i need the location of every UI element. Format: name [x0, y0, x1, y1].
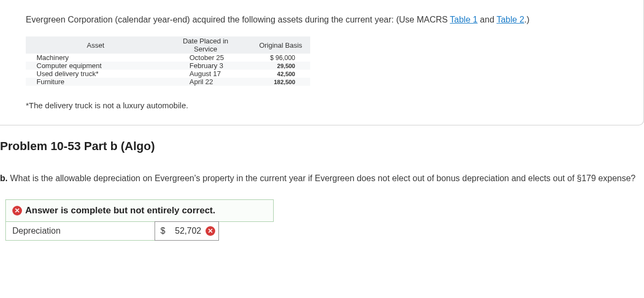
basis-cell: 42,500: [246, 70, 310, 78]
answer-value-cell[interactable]: $ 52,702: [155, 221, 219, 241]
asset-cell: Machinery: [26, 54, 160, 62]
answer-value: 52,702: [170, 226, 201, 236]
date-cell: April 22: [160, 78, 246, 86]
answer-label: Depreciation: [6, 222, 155, 240]
intro-suffix: .): [524, 15, 530, 24]
answer-block: Answer is complete but not entirely corr…: [5, 199, 274, 241]
basis-cell: $ 96,000: [246, 54, 310, 62]
currency-symbol: $: [158, 226, 165, 236]
asset-cell: Used delivery truck*: [26, 70, 160, 78]
answer-status-banner: Answer is complete but not entirely corr…: [5, 199, 274, 222]
intro-paragraph: Evergreen Corporation (calendar year-end…: [26, 15, 618, 25]
macrs-table-1-link[interactable]: Table 1: [450, 15, 478, 24]
table-row: Computer equipment February 3 29,500: [26, 62, 310, 70]
table-row: Machinery October 25 $ 96,000: [26, 54, 310, 62]
col-header-basis: Original Basis: [246, 36, 310, 54]
date-cell: August 17: [160, 70, 246, 78]
cross-icon: [12, 206, 22, 215]
answer-row: Depreciation $ 52,702: [5, 222, 219, 241]
date-cell: October 25: [160, 54, 246, 62]
question-part-label: b.: [0, 174, 8, 183]
intro-mid: and: [478, 15, 496, 24]
table-row: Furniture April 22 182,500: [26, 78, 310, 86]
footnote: *The delivery truck is not a luxury auto…: [26, 101, 618, 110]
asset-cell: Computer equipment: [26, 62, 160, 70]
asset-cell: Furniture: [26, 78, 160, 86]
problem-context-panel: Evergreen Corporation (calendar year-end…: [0, 0, 644, 125]
answer-status-text: Answer is complete but not entirely corr…: [25, 205, 215, 216]
question-text: b. What is the allowable depreciation on…: [0, 174, 644, 183]
date-cell: February 3: [160, 62, 246, 70]
basis-cell: 29,500: [246, 62, 310, 70]
intro-prefix: Evergreen Corporation (calendar year-end…: [26, 15, 450, 24]
table-row: Used delivery truck* August 17 42,500: [26, 70, 310, 78]
cross-icon: [206, 226, 215, 236]
col-header-date: Date Placed in Service: [160, 36, 246, 54]
question-body: What is the allowable depreciation on Ev…: [8, 174, 635, 183]
macrs-table-2-link[interactable]: Table 2: [496, 15, 524, 24]
col-header-asset: Asset: [26, 36, 160, 54]
problem-heading: Problem 10-53 Part b (Algo): [0, 139, 644, 153]
basis-cell: 182,500: [246, 78, 310, 86]
asset-table: Asset Date Placed in Service Original Ba…: [26, 36, 310, 86]
